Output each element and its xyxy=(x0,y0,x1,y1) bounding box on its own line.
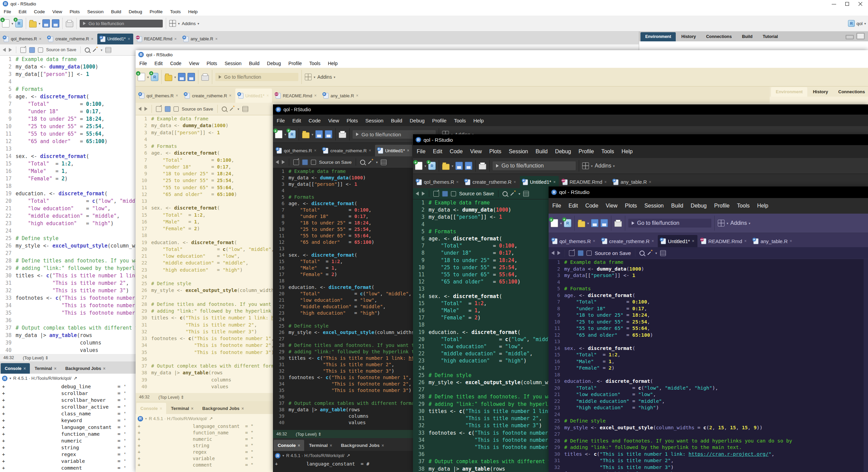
chevron-down-icon[interactable]: ▾ xyxy=(101,48,102,52)
close-icon[interactable]: × xyxy=(23,366,26,371)
close-icon[interactable]: × xyxy=(298,443,300,448)
console-tab[interactable]: Terminal × xyxy=(31,363,60,374)
chevron-down-icon[interactable]: ▾ xyxy=(312,133,313,136)
menu-item[interactable]: View xyxy=(185,61,203,66)
menu-item[interactable]: Session xyxy=(505,149,532,155)
close-icon[interactable]: × xyxy=(174,37,177,41)
window-titlebar[interactable]: R qol - RStudio xyxy=(0,0,868,7)
editor-tab[interactable]: qol_themes.R × xyxy=(414,176,461,188)
goto-file-function-input[interactable]: Go to file/function xyxy=(80,20,163,27)
close-icon[interactable]: × xyxy=(160,406,162,411)
menu-item[interactable]: Debug xyxy=(263,61,284,66)
environment-tab[interactable]: Connections xyxy=(833,87,868,97)
menu-item[interactable]: Edit xyxy=(289,118,305,123)
editor-tab[interactable]: Untitled1* × xyxy=(235,88,272,103)
close-icon[interactable]: × xyxy=(103,366,105,371)
menu-item[interactable]: Code xyxy=(446,149,466,155)
addins-menu[interactable]: Addins▾ xyxy=(595,163,615,169)
menu-item[interactable]: Tools xyxy=(450,118,470,123)
code-tools-icon[interactable] xyxy=(368,160,373,164)
chevron-down-icon[interactable]: ▾ xyxy=(518,192,520,196)
chevron-down-icon[interactable]: ▾ xyxy=(655,251,657,255)
menu-item[interactable]: Code xyxy=(305,118,324,123)
print-icon[interactable] xyxy=(66,21,73,27)
close-icon[interactable]: × xyxy=(369,148,371,153)
code-tools-icon[interactable] xyxy=(648,251,652,255)
maximize-pane-icon[interactable] xyxy=(856,33,865,39)
chevron-down-icon[interactable]: ▾ xyxy=(238,107,239,111)
chevron-down-icon[interactable]: ▾ xyxy=(314,75,315,79)
code-tools-icon[interactable] xyxy=(93,47,98,52)
close-button[interactable] xyxy=(858,2,863,6)
close-icon[interactable]: × xyxy=(356,93,358,98)
workspace-panes-icon[interactable] xyxy=(582,162,589,169)
source-on-save-checkbox[interactable] xyxy=(311,160,316,165)
editor-scrollbar[interactable] xyxy=(864,259,868,472)
open-directory-icon[interactable]: ↗ xyxy=(347,452,350,459)
menu-item[interactable]: Session xyxy=(221,61,245,66)
menu-item[interactable]: Help xyxy=(470,118,488,123)
code-line[interactable]: 1# Example data frame xyxy=(549,259,868,266)
chevron-down-icon[interactable]: ▾ xyxy=(147,75,149,79)
save-source-icon[interactable] xyxy=(578,250,584,256)
scope-selector[interactable]: (Top Level) ⇕ xyxy=(296,432,321,437)
addins-menu[interactable]: Addins▾ xyxy=(182,21,199,26)
save-all-icon[interactable] xyxy=(52,19,59,27)
source-on-save-checkbox[interactable] xyxy=(174,106,179,112)
compile-report-icon[interactable] xyxy=(660,250,666,256)
menu-item[interactable]: View xyxy=(602,203,621,209)
compile-report-icon[interactable] xyxy=(105,47,111,53)
environment-tab[interactable]: Tutorial xyxy=(758,32,783,41)
menu-item[interactable]: Session xyxy=(641,203,668,209)
menu-item[interactable]: View xyxy=(48,9,66,14)
goto-file-function-input[interactable]: Go to file/function xyxy=(493,161,576,170)
editor-tab[interactable]: Untitled1* × xyxy=(658,235,697,247)
window-titlebar[interactable]: R qol - RStudio xyxy=(273,104,868,115)
forward-icon[interactable] xyxy=(557,251,560,255)
forward-icon[interactable] xyxy=(282,160,285,164)
close-icon[interactable]: × xyxy=(267,93,269,98)
editor-tab[interactable]: qol_themes.R × xyxy=(1,34,44,44)
save-all-icon[interactable] xyxy=(325,130,332,138)
code-line[interactable]: 9 "18 to under 25" = 18:24, xyxy=(549,312,868,319)
chevron-down-icon[interactable]: ▾ xyxy=(9,375,11,382)
console-tab[interactable]: Background Jobs × xyxy=(337,440,388,451)
open-directory-icon[interactable]: ↗ xyxy=(209,415,213,422)
close-icon[interactable]: × xyxy=(593,239,595,243)
window-titlebar[interactable]: R qol - RStudio xyxy=(136,50,868,59)
menu-item[interactable]: Profile xyxy=(285,61,306,66)
menu-item[interactable]: Debug xyxy=(406,118,428,123)
maximize-button[interactable] xyxy=(845,2,849,6)
workspace-panes-icon[interactable] xyxy=(305,74,312,80)
editor-tab[interactable]: any_table.R × xyxy=(320,88,361,103)
menu-item[interactable]: Edit xyxy=(565,203,582,209)
menu-item[interactable]: Code xyxy=(166,61,185,66)
workspace-panes-icon[interactable] xyxy=(718,220,725,227)
chevron-down-icon[interactable]: ▾ xyxy=(12,22,13,25)
code-line[interactable]: 31 "This is title number 2", xyxy=(549,457,868,464)
close-icon[interactable]: × xyxy=(54,366,57,371)
environment-tab[interactable]: History xyxy=(808,87,833,97)
menu-item[interactable]: Edit xyxy=(429,149,446,155)
close-icon[interactable]: × xyxy=(604,180,607,184)
search-icon[interactable] xyxy=(502,191,508,196)
environment-tab[interactable]: Build xyxy=(737,32,757,41)
back-icon[interactable] xyxy=(551,251,554,255)
close-icon[interactable]: × xyxy=(790,239,792,243)
code-line[interactable]: 21 "low education" = "low", xyxy=(549,391,868,398)
chevron-down-icon[interactable]: ▾ xyxy=(587,221,589,225)
new-project-icon[interactable] xyxy=(151,73,158,81)
menu-item[interactable]: Profile xyxy=(575,149,597,155)
close-icon[interactable]: × xyxy=(382,443,384,448)
environment-tab[interactable]: Environment xyxy=(640,32,676,41)
open-directory-icon[interactable]: ↗ xyxy=(74,375,77,382)
menu-item[interactable]: Plots xyxy=(203,61,221,66)
console-tab[interactable]: Console × xyxy=(136,403,166,414)
new-project-icon[interactable] xyxy=(428,162,436,170)
menu-item[interactable]: Help xyxy=(618,149,636,155)
menu-item[interactable]: Code xyxy=(581,203,602,209)
close-icon[interactable]: × xyxy=(241,406,244,411)
close-icon[interactable]: × xyxy=(553,180,556,184)
source-on-save-checkbox[interactable] xyxy=(587,251,592,256)
chevron-down-icon[interactable]: ▾ xyxy=(425,164,426,168)
